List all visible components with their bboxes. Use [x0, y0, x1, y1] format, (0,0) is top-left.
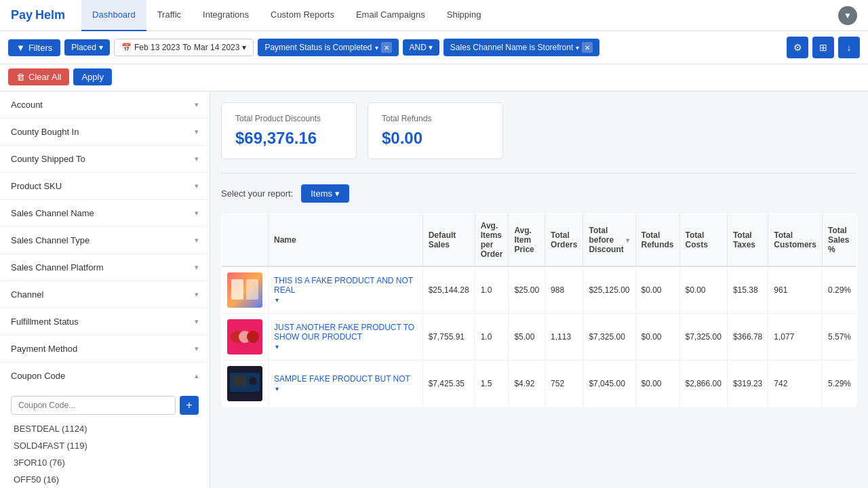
- sidebar-item-header-product-sku[interactable]: Product SKU▾: [0, 173, 210, 199]
- nav-item-dashboard[interactable]: Dashboard: [81, 0, 146, 31]
- report-selector: Select your report: Items ▾: [221, 184, 857, 203]
- nav-item-shipping[interactable]: Shipping: [436, 0, 492, 31]
- sidebar-item-product-sku: Product SKU▾: [0, 173, 210, 200]
- nav-item-email-campaigns[interactable]: Email Campaigns: [345, 0, 436, 31]
- payment-status-chip[interactable]: Payment Status is Completed ▾ ✕: [258, 39, 398, 56]
- product-name-link[interactable]: THIS IS A FAKE PRODUCT AND NOT REAL: [274, 276, 417, 295]
- cell-avg-item-price: $25.00: [509, 266, 545, 314]
- settings-icon-button[interactable]: ⚙: [787, 37, 808, 58]
- nav-item-traffic[interactable]: Traffic: [146, 0, 192, 31]
- coupon-add-button[interactable]: +: [180, 396, 199, 415]
- product-name-link[interactable]: JUST ANOTHER FAKE PRODUCT TO SHOW OUR PR…: [274, 323, 417, 342]
- cell-total-orders: 1,113: [545, 314, 583, 361]
- and-chip[interactable]: AND ▾: [403, 39, 439, 56]
- sort-icon: ▾: [626, 237, 629, 244]
- col-total-before-discount[interactable]: TotalbeforeDiscount ▾: [583, 214, 635, 267]
- apply-button[interactable]: Apply: [73, 68, 112, 85]
- sidebar-item-label-sales-channel-platform: Sales Channel Platform: [11, 262, 104, 272]
- nav-item-integrations[interactable]: Integrations: [192, 0, 260, 31]
- col-total-refunds: TotalRefunds: [635, 214, 679, 267]
- cell-avg-item-price: $5.00: [509, 314, 545, 361]
- payment-status-delete-icon[interactable]: ✕: [381, 42, 392, 53]
- app-logo[interactable]: PayHelm: [11, 8, 65, 22]
- col-image: [222, 214, 269, 267]
- cell-total-refunds: $0.00: [635, 361, 679, 407]
- filter-bar-row1: ▼ Filters Placed ▾ 📅 Feb 13 2023 To Mar …: [0, 31, 868, 64]
- sidebar-item-payment-method: Payment Method▾: [0, 336, 210, 363]
- sidebar-item-header-county-shipped-to[interactable]: County Shipped To▾: [0, 146, 210, 172]
- coupon-option[interactable]: OFF50 (16): [11, 471, 199, 488]
- product-name-link[interactable]: SAMPLE FAKE PRODUCT BUT NOT: [274, 374, 417, 384]
- items-label: Items: [311, 188, 332, 199]
- nav-item-custom-reports[interactable]: Custom Reports: [260, 0, 345, 31]
- col-total-sales-pct: TotalSales%: [822, 214, 856, 267]
- user-avatar[interactable]: ▼: [838, 6, 857, 25]
- sales-channel-delete-icon[interactable]: ✕: [582, 42, 593, 53]
- sidebar-item-coupon-code: Coupon Code▴+BESTDEAL (1124)SOLD4FAST (1…: [0, 363, 210, 488]
- sidebar: Account▾County Bought In▾County Shipped …: [0, 92, 210, 488]
- cell-total-orders: 988: [545, 266, 583, 314]
- sidebar-item-label-sales-channel-name: Sales Channel Name: [11, 208, 94, 218]
- cell-total-costs: $0.00: [679, 266, 727, 314]
- sidebar-item-sales-channel-type: Sales Channel Type▾: [0, 227, 210, 254]
- sidebar-item-header-payment-method[interactable]: Payment Method▾: [0, 336, 210, 362]
- svg-point-11: [250, 378, 256, 384]
- cell-avg-items-per-order: 1.0: [475, 266, 509, 314]
- coupon-option[interactable]: 3FOR10 (76): [11, 454, 199, 471]
- table-header-row: Name DefaultSales Avg.ItemsperOrder Avg.…: [222, 214, 857, 267]
- col-total-costs: TotalCosts: [679, 214, 727, 267]
- metric-card-refunds: Total Refunds $0.00: [368, 102, 503, 159]
- logo-helm: Helm: [35, 8, 65, 22]
- coupon-option[interactable]: BESTDEAL (1124): [11, 420, 199, 437]
- calendar-icon: 📅: [121, 43, 132, 52]
- product-filter-tag: ▾: [275, 296, 279, 304]
- sidebar-item-header-sales-channel-platform[interactable]: Sales Channel Platform▾: [0, 254, 210, 281]
- sidebar-item-header-account[interactable]: Account▾: [0, 92, 210, 118]
- sidebar-item-header-channel[interactable]: Channel▾: [0, 281, 210, 308]
- cell-default-sales: $7,755.91: [422, 314, 475, 361]
- sidebar-item-header-fulfillment-status[interactable]: Fulfillment Status▾: [0, 308, 210, 335]
- product-filter-tag: ▾: [275, 385, 279, 392]
- date-range-chip[interactable]: 📅 Feb 13 2023 To Mar 14 2023 ▾: [114, 39, 254, 56]
- sidebar-item-label-channel: Channel: [11, 289, 43, 300]
- sidebar-item-header-coupon-code[interactable]: Coupon Code▴: [0, 363, 210, 389]
- metric-value-discounts: $69,376.16: [235, 129, 342, 148]
- coupon-code-input[interactable]: [11, 396, 176, 415]
- sidebar-item-label-product-sku: Product SKU: [11, 181, 62, 191]
- metric-value-refunds: $0.00: [382, 129, 489, 148]
- metric-cards: Total Product Discounts $69,376.16 Total…: [221, 102, 857, 159]
- placed-chip[interactable]: Placed ▾: [64, 39, 110, 56]
- sidebar-item-header-sales-channel-type[interactable]: Sales Channel Type▾: [0, 227, 210, 253]
- table-row: THIS IS A FAKE PRODUCT AND NOT REAL▾$25,…: [222, 266, 857, 314]
- sales-channel-chip[interactable]: Sales Channel Name is Storefront ▾ ✕: [443, 39, 599, 56]
- export-icon-button[interactable]: ⊞: [812, 37, 834, 58]
- product-thumbnail: [227, 366, 262, 401]
- cell-total-refunds: $0.00: [635, 266, 679, 314]
- cell-default-sales: $7,425.35: [422, 361, 475, 407]
- sidebar-item-header-county-bought-in[interactable]: County Bought In▾: [0, 119, 210, 145]
- sidebar-item-header-sales-channel-name[interactable]: Sales Channel Name▾: [0, 200, 210, 226]
- items-report-button[interactable]: Items ▾: [301, 184, 349, 203]
- svg-point-6: [247, 331, 259, 343]
- report-select-label: Select your report:: [221, 188, 293, 199]
- coupon-option[interactable]: SOLD4FAST (119): [11, 437, 199, 454]
- svg-rect-2: [246, 279, 258, 300]
- product-image-cell: [222, 361, 269, 407]
- table-body: THIS IS A FAKE PRODUCT AND NOT REAL▾$25,…: [222, 266, 857, 407]
- product-filter-tag: ▾: [275, 343, 279, 350]
- coupon-expanded-section: +BESTDEAL (1124)SOLD4FAST (119)3FOR10 (7…: [0, 389, 210, 488]
- chevron-up-icon: ▴: [195, 371, 199, 380]
- metric-label-refunds: Total Refunds: [382, 114, 489, 123]
- download-icon-button[interactable]: ↓: [838, 37, 860, 58]
- nav-right: ▼: [838, 6, 857, 25]
- cell-default-sales: $25,144.28: [422, 266, 475, 314]
- cell-total-taxes: $15.38: [727, 266, 768, 314]
- cell-total-before-discount: $7,325.00: [583, 314, 635, 361]
- chevron-down-icon: ▾: [195, 263, 199, 272]
- payment-status-dropdown-icon: ▾: [375, 44, 378, 52]
- chevron-down-icon: ▾: [195, 344, 199, 353]
- clear-all-button[interactable]: 🗑 Clear All: [8, 68, 69, 85]
- col-total-customers: TotalCustomers: [768, 214, 823, 267]
- filters-button[interactable]: ▼ Filters: [8, 39, 60, 56]
- user-icon: ▼: [844, 11, 852, 20]
